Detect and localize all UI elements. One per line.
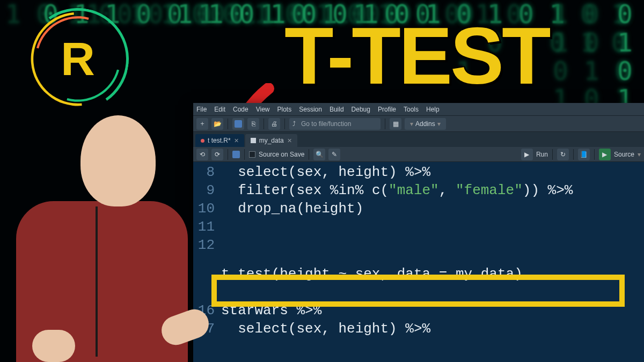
close-icon[interactable]: ✕ — [287, 137, 292, 144]
forward-icon[interactable]: ⟳ — [211, 149, 223, 160]
menu-code[interactable]: Code — [233, 106, 248, 113]
menu-profile[interactable]: Profile — [378, 106, 396, 113]
editor-toolbar: ⟲ ⟳ Source on Save 🔍 ✎ ▶ Run ↻ 📘 ▶ Sourc… — [193, 147, 644, 162]
source-button[interactable]: Source — [614, 151, 634, 158]
back-icon[interactable]: ⟲ — [196, 149, 208, 160]
goto-file-input[interactable]: Go to file/function — [289, 118, 380, 130]
tab-data[interactable]: my_data ✕ — [245, 134, 297, 147]
menubar: File Edit Code View Plots Session Build … — [193, 103, 644, 116]
find-icon[interactable]: 🔍 — [313, 149, 325, 160]
run-icon[interactable]: ▶ — [521, 149, 533, 160]
menu-edit[interactable]: Edit — [214, 106, 225, 113]
source-on-save-label: Source on Save — [259, 151, 304, 158]
rstudio-window: File Edit Code View Plots Session Build … — [193, 103, 644, 362]
close-icon[interactable]: ✕ — [234, 137, 239, 144]
tab-script[interactable]: t test.R* ✕ — [195, 134, 244, 147]
menu-debug[interactable]: Debug — [352, 106, 370, 113]
unsaved-dot-icon — [201, 139, 204, 143]
grid-icon[interactable]: ▦ — [390, 118, 401, 130]
menu-tools[interactable]: Tools — [404, 106, 419, 113]
source-icon[interactable]: ▶ — [599, 149, 611, 160]
notebook-icon[interactable]: 📘 — [578, 149, 590, 160]
menu-plots[interactable]: Plots — [277, 106, 292, 113]
table-icon — [251, 138, 256, 143]
save-icon[interactable] — [232, 118, 244, 130]
title-text: T-TEST — [284, 10, 549, 102]
save-icon[interactable] — [232, 151, 240, 158]
menu-help[interactable]: Help — [426, 106, 440, 113]
addins-button[interactable]: ▾ Addins ▾ — [405, 118, 446, 130]
menu-file[interactable]: File — [196, 106, 207, 113]
run-button[interactable]: Run — [536, 151, 548, 158]
source-on-save-checkbox[interactable] — [249, 151, 255, 158]
code-editor[interactable]: 8 select(sex, height) %>% 9 filter(sex %… — [193, 162, 644, 339]
save-all-icon[interactable]: ⎘ — [247, 118, 259, 130]
tab-bar: t test.R* ✕ my_data ✕ — [193, 132, 644, 147]
menu-build[interactable]: Build — [330, 106, 344, 113]
menu-view[interactable]: View — [256, 106, 270, 113]
r-logo: R — [27, 8, 129, 110]
open-file-icon[interactable]: 📂 — [211, 118, 223, 130]
menu-session[interactable]: Session — [299, 106, 322, 113]
logo-letter: R — [27, 8, 129, 110]
wand-icon[interactable]: ✎ — [328, 149, 340, 160]
main-toolbar: ＋ 📂 ⎘ 🖨 Go to file/function ▦ ▾ Addins ▾ — [193, 116, 644, 132]
print-icon[interactable]: 🖨 — [268, 118, 280, 130]
new-file-icon[interactable]: ＋ — [196, 118, 208, 130]
rerun-icon[interactable]: ↻ — [557, 149, 569, 160]
